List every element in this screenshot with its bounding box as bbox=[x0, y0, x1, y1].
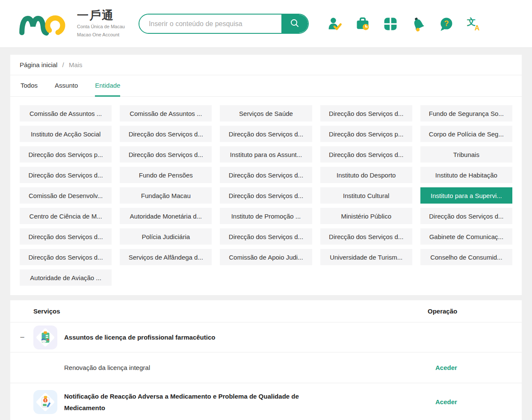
entity-button[interactable]: Corpo de Polícia de Seg... bbox=[420, 126, 512, 142]
svg-text:?: ? bbox=[444, 19, 449, 28]
entity-grid: Comissão de Assuntos ...Comissão de Assu… bbox=[10, 97, 522, 295]
pharmacist-license-icon bbox=[33, 325, 57, 349]
brand-title: 一戶通 bbox=[77, 9, 125, 22]
entity-button[interactable]: Tribunais bbox=[420, 146, 512, 163]
entity-button[interactable]: Comissão de Apoio Judi... bbox=[220, 249, 312, 265]
entity-button[interactable]: Fundo de Pensões bbox=[120, 167, 212, 183]
entity-button[interactable]: Gabinete de Comunicaç... bbox=[420, 228, 512, 245]
brand-text: 一戶通 Conta Única de Macau Macao One Accou… bbox=[77, 9, 125, 38]
tab-entidade[interactable]: Entidade bbox=[95, 75, 120, 97]
entity-button[interactable]: Direcção dos Serviços d... bbox=[20, 167, 112, 183]
operation-column-header: Operação bbox=[428, 308, 522, 315]
service-group-title: Assuntos de licença de profissional farm… bbox=[64, 331, 215, 343]
collapse-toggle[interactable]: − bbox=[16, 333, 28, 342]
tab-assunto[interactable]: Assunto bbox=[55, 75, 78, 97]
entity-button[interactable]: Direcção dos Serviços d... bbox=[220, 126, 312, 142]
service-group-title: Notificação de Reacção Adversa a Medicam… bbox=[64, 390, 308, 414]
service-group-row: − Notificação de Reacção Adversa a Medic… bbox=[10, 383, 522, 420]
mo-logo-icon bbox=[17, 7, 71, 41]
entity-button[interactable]: Direcção dos Serviços p... bbox=[320, 126, 412, 142]
tab-todos[interactable]: Todos bbox=[21, 75, 38, 97]
entity-button[interactable]: Direcção dos Serviços d... bbox=[20, 249, 112, 265]
entity-button[interactable]: Comissão de Desenvolv... bbox=[20, 187, 112, 204]
entity-button[interactable]: Instituto do Desporto bbox=[320, 167, 412, 183]
entity-button[interactable]: Direcção dos Serviços d... bbox=[220, 187, 312, 204]
entity-button[interactable]: Instituto de Acção Social bbox=[20, 126, 112, 142]
header-icon-row: ? 文 A bbox=[327, 16, 482, 32]
entity-button[interactable]: Instituto para a Supervi... bbox=[420, 187, 512, 204]
breadcrumb-home-link[interactable]: Página inicial bbox=[20, 61, 57, 68]
entity-button[interactable]: Autoridade de Aviação ... bbox=[20, 269, 112, 286]
entity-button[interactable]: Serviços de Saúde bbox=[220, 105, 312, 121]
entity-button[interactable]: Direcção dos Serviços d... bbox=[420, 208, 512, 224]
briefcase-clock-icon[interactable] bbox=[355, 16, 371, 32]
entity-button[interactable]: Polícia Judiciária bbox=[120, 228, 212, 245]
entity-button[interactable]: Centro de Ciência de M... bbox=[20, 208, 112, 224]
services-table-header: Serviços Operação bbox=[10, 300, 522, 322]
entity-button[interactable]: Direcção dos Serviços d... bbox=[320, 228, 412, 245]
entity-button[interactable]: Direcção dos Serviços d... bbox=[20, 228, 112, 245]
breadcrumb: Página inicial / Mais bbox=[10, 55, 522, 75]
user-check-icon[interactable] bbox=[327, 16, 343, 32]
entity-button[interactable]: Instituto para os Assunt... bbox=[220, 146, 312, 163]
help-icon[interactable]: ? bbox=[438, 16, 454, 32]
brand-logo[interactable]: 一戶通 Conta Única de Macau Macao One Accou… bbox=[17, 7, 125, 41]
entity-button[interactable]: Direcção dos Serviços d... bbox=[120, 146, 212, 163]
entity-button[interactable]: Ministério Público bbox=[320, 208, 412, 224]
top-header: 一戶通 Conta Única de Macau Macao One Accou… bbox=[0, 0, 532, 48]
breadcrumb-current: Mais bbox=[69, 61, 83, 68]
entity-button[interactable]: Direcção dos Serviços d... bbox=[320, 105, 412, 121]
entity-button[interactable]: Comissão de Assuntos ... bbox=[20, 105, 112, 121]
entity-button[interactable]: Direcção dos Serviços d... bbox=[220, 228, 312, 245]
bell-icon[interactable] bbox=[410, 16, 426, 32]
entity-button[interactable]: Instituto de Habitação bbox=[420, 167, 512, 183]
entity-button[interactable]: Conselho de Consumid... bbox=[420, 249, 512, 265]
search-bar bbox=[139, 14, 309, 34]
entity-button[interactable]: Direcção dos Serviços d... bbox=[120, 126, 212, 142]
services-card: Serviços Operação − Assuntos de licença bbox=[10, 300, 522, 420]
entity-button[interactable]: Serviços de Alfândega d... bbox=[120, 249, 212, 265]
search-icon bbox=[290, 18, 300, 30]
brand-subtitle-pt: Conta Única de Macau bbox=[77, 24, 125, 30]
entity-button[interactable]: Fundação Macau bbox=[120, 187, 212, 204]
entity-button[interactable]: Comissão de Assuntos ... bbox=[120, 105, 212, 121]
aceder-link[interactable]: Aceder bbox=[428, 364, 457, 371]
entity-button[interactable]: Direcção dos Serviços d... bbox=[220, 167, 312, 183]
search-input[interactable] bbox=[139, 15, 281, 33]
service-child-title: Renovação da licença integral bbox=[64, 364, 150, 371]
adverse-reaction-icon bbox=[33, 390, 57, 414]
filter-card: Página inicial / Mais Todos Assunto Enti… bbox=[10, 55, 522, 295]
language-icon[interactable]: 文 A bbox=[466, 16, 482, 32]
svg-text:A: A bbox=[475, 24, 480, 32]
entity-button[interactable]: Universidade de Turism... bbox=[320, 249, 412, 265]
entity-button[interactable]: Fundo de Segurança So... bbox=[420, 105, 512, 121]
services-column-header: Serviços bbox=[10, 308, 428, 315]
breadcrumb-separator: / bbox=[62, 61, 64, 68]
apps-icon[interactable] bbox=[382, 16, 399, 32]
entity-button[interactable]: Direcção dos Serviços d... bbox=[320, 146, 412, 163]
entity-button[interactable]: Instituto de Promoção ... bbox=[220, 208, 312, 224]
brand-subtitle-en: Macao One Account bbox=[77, 32, 125, 38]
entity-button[interactable]: Direcção dos Serviços p... bbox=[20, 146, 112, 163]
aceder-link[interactable]: Aceder bbox=[428, 398, 457, 405]
search-button[interactable] bbox=[281, 15, 308, 33]
entity-button[interactable]: Instituto Cultural bbox=[320, 187, 412, 204]
entity-button[interactable]: Autoridade Monetária d... bbox=[120, 208, 212, 224]
filter-tabs: Todos Assunto Entidade bbox=[10, 75, 522, 97]
service-child-row: Renovação da licença integral Aceder bbox=[10, 352, 522, 383]
service-group-row: − Assuntos de licença de profissional fa… bbox=[10, 322, 522, 352]
